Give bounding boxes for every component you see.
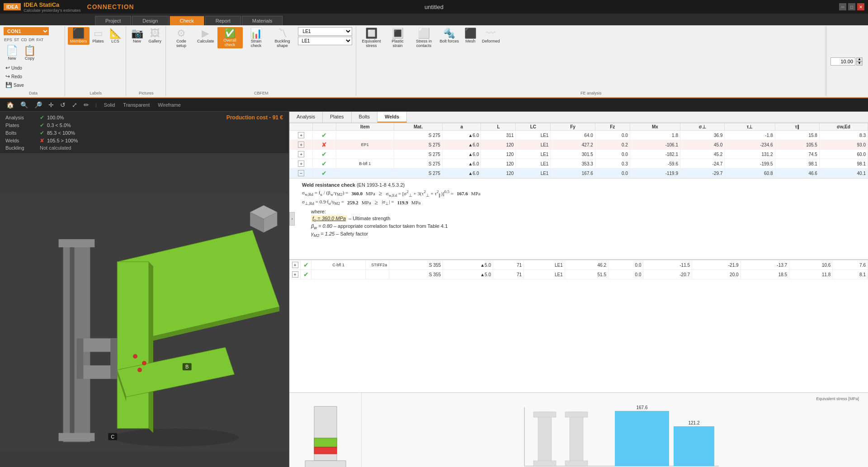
status-bot2: ✔ [303, 271, 309, 278]
view-solid[interactable]: Solid [101, 101, 118, 108]
close-button[interactable]: ✕ [857, 3, 864, 10]
fat-btn[interactable]: FAT [37, 38, 44, 42]
tpar-row3: 74.5 [775, 150, 819, 159]
dr-btn[interactable]: DR [29, 38, 35, 42]
tab-plates[interactable]: Plates [323, 112, 352, 123]
gallery-button[interactable]: 🖼 Gallery [146, 27, 164, 45]
tab-check[interactable]: Check [170, 16, 204, 25]
expand-row2[interactable]: + [298, 142, 304, 148]
overall-check-icon: ✅ [224, 28, 236, 38]
data-group-label: Data [4, 91, 63, 95]
strain-check-button[interactable]: 📊 Strain check [244, 27, 269, 49]
buckling-shape-button[interactable]: 〽 Buckling shape [270, 27, 295, 49]
plates-button[interactable]: ▭ Plates [90, 27, 106, 45]
tab-bolts[interactable]: Bolts [352, 112, 377, 123]
calculate-button[interactable]: ▶ Calculate [195, 27, 217, 45]
expand-row5[interactable]: − [298, 170, 304, 176]
save-button[interactable]: 💾Save [4, 81, 63, 89]
draw-tool[interactable]: ✏ [82, 100, 91, 109]
members-button[interactable]: ⬛ Members [68, 27, 90, 45]
expand-bot2[interactable]: + [292, 271, 298, 278]
viewport[interactable]: B C [0, 153, 288, 467]
swed-bot2: 8.1 [833, 270, 868, 279]
svg-rect-40 [533, 461, 556, 466]
fy-row5: 167.6 [551, 169, 595, 178]
tab-project[interactable]: Project [95, 16, 131, 25]
app-logo: IDEA IDEA StatiCa Calculate yesterday's … [4, 1, 134, 13]
svg-point-19 [137, 368, 142, 372]
zoom-tool[interactable]: 🔍 [19, 100, 30, 109]
tab-design[interactable]: Design [132, 16, 168, 25]
pan-tool[interactable]: ✛ [47, 100, 56, 109]
view-separator: | [95, 102, 97, 108]
lcs-label: LCS [111, 39, 119, 43]
con1-dropdown[interactable]: CON1 [4, 27, 49, 35]
rotate-tool[interactable]: ↺ [58, 100, 67, 109]
undo-button[interactable]: ↩Undo [4, 64, 63, 72]
view-wireframe[interactable]: Wireframe [155, 101, 184, 108]
mx-bot2: -20.7 [643, 270, 692, 279]
new-button[interactable]: 📄 New [4, 44, 20, 62]
plates-icon: ▭ [94, 28, 103, 38]
expand-row1[interactable]: + [298, 132, 304, 138]
new-picture-button[interactable]: 📷 New [129, 27, 146, 45]
mx-bot1: -11.5 [643, 260, 692, 270]
tab-welds[interactable]: Welds [377, 112, 407, 123]
redo-button[interactable]: ↪Redo [4, 72, 63, 80]
spin-down[interactable]: ▼ [856, 61, 863, 66]
equiv-stress-button[interactable]: 🔲 Equivalent stress [359, 27, 384, 49]
plastic-strain-button[interactable]: 🔳 Plastic strain [385, 27, 410, 49]
search-tool[interactable]: 🔎 [33, 100, 44, 109]
le1-selector[interactable]: LE1 [298, 37, 352, 45]
copy-button[interactable]: 📋 Copy [21, 44, 38, 62]
l-bot2: 71 [493, 270, 524, 279]
deformed-button[interactable]: 〰 Deformed [480, 27, 502, 45]
bolt-forces-button[interactable]: 🔩 Bolt forces [438, 27, 462, 45]
status-row1: ✔ [321, 132, 327, 139]
bw-desc: – appropriate correlation factor taken f… [334, 223, 448, 229]
mesh-button[interactable]: ⬛ Mesh [462, 27, 479, 45]
l-row3: 120 [481, 150, 516, 159]
fy-row1: 64.0 [551, 131, 595, 140]
fit-tool[interactable]: ⤢ [70, 100, 79, 109]
cbfem-group: ⚙ Code setup ▶ Calculate ✅ Overall check… [167, 26, 356, 96]
svg-rect-28 [314, 438, 337, 447]
tpar-row5: 46.6 [775, 169, 819, 178]
maximize-button[interactable]: □ [848, 3, 855, 10]
view-transparent[interactable]: Transparent [120, 101, 152, 108]
expand-row4[interactable]: + [298, 160, 304, 167]
tab-report[interactable]: Report [205, 16, 241, 25]
nav-arrow[interactable]: › [289, 212, 295, 226]
welds-label: Welds [5, 138, 37, 143]
home-tool[interactable]: 🏠 [5, 100, 16, 109]
overall-check-button[interactable]: ✅ Overall check [217, 27, 243, 48]
weld-detail: › Weld resistance check (EN 1993-1-8 4.5… [289, 178, 868, 259]
minimize-button[interactable]: ─ [839, 3, 846, 10]
col-lc: LC [516, 123, 551, 131]
value-input[interactable] [830, 57, 855, 66]
eps-btn[interactable]: EPS [4, 38, 12, 42]
tab-materials[interactable]: Materials [242, 16, 283, 25]
st-btn[interactable]: ST [14, 38, 19, 42]
status-row2: ✘ [321, 141, 327, 148]
stress-contacts-button[interactable]: ⬜ Stress in contacts [411, 27, 437, 49]
lcs-button[interactable]: 📐 LCS [107, 27, 124, 45]
buckling-icon: 〽 [278, 28, 288, 38]
status-panel: Analysis ✔ 100.0% Plates ✔ 0.3 < 5.0% Bo… [5, 114, 78, 151]
svg-rect-41 [570, 412, 583, 466]
gallery-label: Gallery [149, 39, 162, 43]
for-extreme-dropdown[interactable]: For extreme LE1 [298, 27, 352, 36]
fy-row2: 427.2 [551, 140, 595, 150]
expand-bot1[interactable]: + [292, 262, 298, 268]
formula1-rhs-label: σw,Ed = [σ2⊥ + 3(τ2⊥ + τ2∥)]0.5 = [386, 189, 454, 198]
copy-label: Copy [25, 56, 34, 61]
formula2-line: σ⊥,Rd = 0.9·fu/γM2 = 259.2 MPa ≥ |σ⊥| = … [302, 199, 862, 206]
expand-row3[interactable]: + [298, 151, 304, 157]
code-setup-button[interactable]: ⚙ Code setup [169, 27, 194, 49]
fy-bot2: 51.5 [565, 270, 608, 279]
analysis-value: 100.0% [47, 115, 64, 120]
cd-btn[interactable]: CD [21, 38, 27, 42]
buckling-label: Buckling shape [272, 39, 293, 48]
bolts-value: 85.3 < 100% [47, 130, 75, 136]
tab-analysis[interactable]: Analysis [289, 112, 323, 123]
